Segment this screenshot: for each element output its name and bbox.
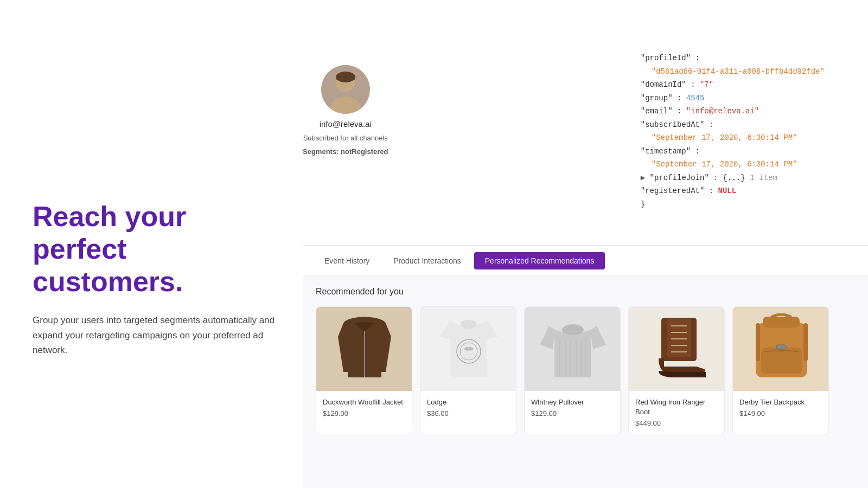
- product-info-derby: Derby Tier Backpack $149.00: [733, 391, 828, 424]
- json-profileId-val: "d561ad66-01f4-a311-a008-bffb4dd92fde": [652, 67, 825, 76]
- bottom-panel: Event History Product Interactions Perso…: [303, 245, 868, 488]
- jacket-svg: [316, 307, 412, 391]
- product-card-redwing[interactable]: Red Wing Iron Ranger Boot $449.00: [628, 306, 725, 434]
- product-info-lodge: Lodge $36.00: [420, 391, 516, 424]
- json-group-val: 4545: [686, 94, 705, 102]
- product-info-whitney: Whitney Pullover $129.00: [525, 391, 620, 424]
- product-name-whitney: Whitney Pullover: [531, 397, 614, 407]
- product-name-derby: Derby Tier Backpack: [739, 397, 822, 407]
- product-image-backpack: [733, 307, 829, 391]
- left-section: Reach your perfect customers. Group your…: [33, 201, 282, 357]
- product-info-duckworth: Duckworth Woolfill Jacket $129.00: [316, 391, 412, 424]
- product-image-boot: [629, 307, 725, 391]
- product-price-whitney: $129.00: [531, 409, 614, 418]
- product-card-duckworth[interactable]: Duckworth Woolfill Jacket $129.00: [316, 306, 412, 434]
- product-price-duckworth: $129.00: [323, 409, 405, 418]
- segments-value: notRegistered: [341, 147, 388, 156]
- profile-segments: Segments: notRegistered: [303, 147, 388, 156]
- svg-point-11: [562, 324, 584, 335]
- avatar-image: [321, 65, 370, 114]
- tabs-bar: Event History Product Interactions Perso…: [303, 246, 868, 276]
- svg-rect-30: [756, 323, 760, 361]
- product-name-lodge: Lodge: [427, 397, 509, 407]
- json-timestamp-val: "September 17, 2020, 6:30:14 PM": [652, 160, 797, 169]
- tab-event-history[interactable]: Event History: [314, 252, 380, 269]
- json-registeredAt-key: "registeredAt" :: [641, 187, 713, 195]
- tshirt-svg: [420, 307, 516, 391]
- product-card-lodge[interactable]: Lodge $36.00: [420, 306, 516, 434]
- product-card-derby[interactable]: Derby Tier Backpack $149.00: [732, 306, 829, 434]
- json-group-key: "group" :: [641, 94, 682, 102]
- product-price-derby: $149.00: [739, 409, 822, 418]
- products-grid: Duckworth Woolfill Jacket $129.00: [316, 306, 855, 434]
- json-registeredAt-val: NULL: [718, 187, 737, 195]
- profile-subscribed: Subscribed for all channels: [303, 134, 388, 142]
- profile-section: info@releva.ai Subscribed for all channe…: [303, 65, 388, 156]
- json-subscribedAt-val: "September 17, 2020, 6:30:14 PM": [652, 133, 797, 142]
- product-price-redwing: $449.00: [635, 419, 718, 427]
- sweater-svg: [525, 307, 621, 391]
- json-profileJoin-meta: 1 item: [750, 174, 777, 182]
- tab-product-interactions[interactable]: Product Interactions: [382, 252, 472, 269]
- svg-point-7: [461, 320, 477, 329]
- product-image-tshirt: [420, 307, 516, 391]
- json-arrow-icon[interactable]: ▶: [641, 174, 645, 182]
- headline: Reach your perfect customers.: [33, 201, 282, 298]
- product-info-redwing: Red Wing Iron Ranger Boot $449.00: [629, 391, 724, 434]
- avatar: [321, 65, 370, 114]
- json-domainId-key: "domainId" :: [641, 80, 695, 89]
- recommended-label: Recommended for you: [316, 287, 855, 297]
- panel-content: Recommended for you: [303, 276, 868, 445]
- json-profileJoin-key: "profileJoin" :: [650, 174, 718, 182]
- json-domainId-val: "7": [700, 80, 713, 89]
- json-closing-brace: }: [641, 198, 825, 211]
- json-email-key: "email" :: [641, 107, 682, 115]
- svg-rect-31: [803, 323, 808, 361]
- product-price-lodge: $36.00: [427, 409, 509, 418]
- backpack-svg: [733, 307, 829, 391]
- product-name-duckworth: Duckworth Woolfill Jacket: [323, 397, 405, 407]
- product-card-whitney[interactable]: Whitney Pullover $129.00: [524, 306, 621, 434]
- json-block: "profileId" : "d561ad66-01f4-a311-a008-b…: [641, 52, 825, 211]
- product-name-redwing: Red Wing Iron Ranger Boot: [635, 397, 718, 417]
- boot-svg: [629, 307, 725, 391]
- json-profileJoin-val: {...}: [723, 174, 745, 182]
- product-image-sweater: [525, 307, 621, 391]
- product-image-jacket: [316, 307, 412, 391]
- svg-rect-20: [667, 319, 691, 357]
- svg-rect-32: [776, 345, 786, 349]
- subtext: Group your users into targeted segments …: [33, 313, 282, 357]
- json-profileId-key: "profileId" :: [641, 54, 700, 62]
- profile-email: info@releva.ai: [320, 119, 372, 129]
- json-email-val: "info@releva.ai": [686, 107, 759, 115]
- json-subscribedAt-key: "subscribedAt" :: [641, 120, 713, 129]
- svg-rect-28: [763, 317, 800, 328]
- json-timestamp-key: "timestamp" :: [641, 147, 700, 156]
- segments-label: Segments:: [303, 147, 339, 156]
- tab-personalized-recommendations[interactable]: Personalized Recommendations: [474, 252, 605, 269]
- page-wrapper: Reach your perfect customers. Group your…: [0, 0, 868, 488]
